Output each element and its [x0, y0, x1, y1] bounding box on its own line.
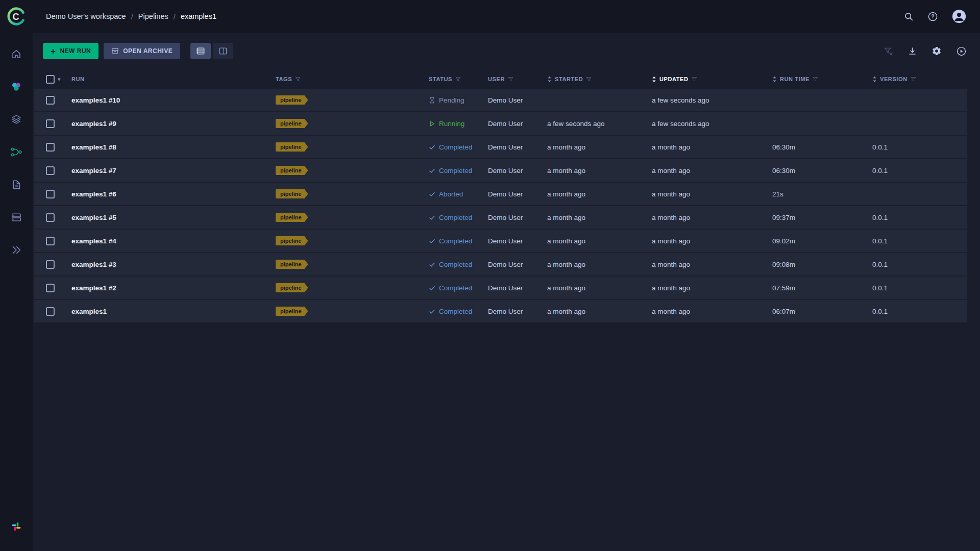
run-name[interactable]: examples1 #10: [71, 96, 120, 104]
tag-pipeline[interactable]: pipeline: [276, 283, 308, 292]
status-label: Running: [439, 120, 464, 128]
table-row[interactable]: examples1 #8pipelineCompletedDemo Usera …: [34, 136, 967, 159]
run-name[interactable]: examples1: [71, 308, 107, 315]
sort-icon[interactable]: [872, 76, 877, 83]
sidebar-item-pipelines[interactable]: [0, 136, 33, 168]
run-name[interactable]: examples1 #5: [71, 214, 116, 221]
table-view-toggle[interactable]: [190, 43, 211, 59]
new-run-button[interactable]: + NEW RUN: [43, 43, 99, 59]
tag-pipeline[interactable]: pipeline: [276, 260, 308, 269]
runtime-cell: 06:30m: [772, 167, 872, 174]
filter-funnel-icon[interactable]: [295, 77, 301, 82]
row-checkbox[interactable]: [46, 143, 55, 152]
table-row[interactable]: examples1 #3pipelineCompletedDemo Usera …: [34, 253, 967, 277]
sidebar-item-projects[interactable]: [0, 70, 33, 103]
row-checkbox[interactable]: [46, 166, 55, 175]
run-name[interactable]: examples1 #3: [71, 261, 116, 268]
updated-cell: a few seconds ago: [652, 120, 772, 128]
sidebar-item-applications[interactable]: [0, 234, 33, 266]
search-icon[interactable]: [903, 11, 914, 22]
sort-icon[interactable]: [652, 76, 656, 83]
filter-funnel-icon[interactable]: [911, 77, 916, 82]
run-name[interactable]: examples1 #2: [71, 284, 116, 292]
breadcrumb-item[interactable]: examples1: [181, 12, 216, 20]
run-name[interactable]: examples1 #6: [71, 190, 116, 198]
breadcrumb-item[interactable]: Pipelines: [138, 12, 168, 20]
clearml-logo[interactable]: C: [0, 0, 33, 33]
split-view-toggle[interactable]: [213, 43, 233, 59]
column-header-updated[interactable]: UPDATED: [652, 76, 772, 83]
row-checkbox[interactable]: [46, 190, 55, 198]
tag-pipeline[interactable]: pipeline: [276, 213, 308, 222]
tag-pipeline[interactable]: pipeline: [276, 236, 308, 245]
table-row[interactable]: examples1 #7pipelineCompletedDemo Usera …: [34, 159, 967, 183]
table-row[interactable]: examples1 #9pipelineRunningDemo Usera fe…: [34, 112, 967, 136]
sidebar-bottom: [0, 510, 33, 551]
help-icon[interactable]: ?: [927, 11, 938, 22]
download-icon[interactable]: [908, 46, 917, 56]
run-preview-icon[interactable]: [956, 46, 967, 57]
sort-icon[interactable]: [547, 76, 552, 83]
row-checkbox[interactable]: [46, 96, 55, 105]
tag-pipeline[interactable]: pipeline: [276, 119, 308, 128]
column-header-user[interactable]: USER: [488, 76, 547, 82]
avatar[interactable]: [951, 9, 967, 24]
column-header-version[interactable]: VERSION: [872, 76, 949, 83]
updated-cell-text: a month ago: [652, 167, 690, 174]
plus-icon: +: [51, 47, 56, 56]
table-row[interactable]: examples1 #2pipelineCompletedDemo Usera …: [34, 277, 967, 300]
clear-filters-icon[interactable]: [884, 46, 893, 56]
column-header-status[interactable]: STATUS: [429, 76, 488, 82]
row-checkbox[interactable]: [46, 284, 55, 292]
user-cell-text: Demo User: [488, 214, 523, 221]
tag-pipeline[interactable]: pipeline: [276, 95, 308, 105]
run-name[interactable]: examples1 #4: [71, 237, 116, 245]
row-checkbox[interactable]: [46, 237, 55, 245]
select-all-checkbox[interactable]: [46, 75, 55, 84]
sidebar-item-reports[interactable]: [0, 168, 33, 201]
sidebar-item-workers-queues[interactable]: [0, 201, 33, 234]
started-cell: a month ago: [547, 214, 652, 221]
breadcrumb-item[interactable]: Demo User's workspace: [46, 12, 126, 20]
run-name[interactable]: examples1 #8: [71, 143, 116, 151]
run-name[interactable]: examples1 #9: [71, 120, 116, 128]
started-cell-text: a month ago: [547, 261, 585, 268]
updated-cell: a month ago: [652, 143, 772, 151]
status-label: Completed: [439, 308, 472, 315]
datasets-icon: [11, 114, 22, 125]
started-cell: a month ago: [547, 237, 652, 245]
sidebar-item-home[interactable]: [0, 38, 33, 70]
open-archive-button[interactable]: OPEN ARCHIVE: [104, 43, 180, 59]
sidebar-item-slack[interactable]: [0, 510, 33, 543]
row-select-cell: [34, 237, 71, 245]
table-row[interactable]: examples1pipelineCompletedDemo Usera mon…: [34, 300, 967, 323]
row-checkbox[interactable]: [46, 307, 55, 316]
column-header-tags[interactable]: TAGS: [276, 76, 429, 82]
sidebar-item-datasets[interactable]: [0, 103, 33, 136]
filter-funnel-icon[interactable]: [586, 77, 592, 82]
table-row[interactable]: examples1 #6pipelineAbortedDemo Usera mo…: [34, 183, 967, 206]
filter-funnel-icon[interactable]: [813, 77, 818, 82]
user-cell-text: Demo User: [488, 167, 523, 174]
tag-pipeline[interactable]: pipeline: [276, 166, 308, 175]
filter-funnel-icon[interactable]: [508, 77, 513, 82]
tag-pipeline[interactable]: pipeline: [276, 142, 308, 152]
filter-funnel-icon[interactable]: [692, 77, 697, 82]
tag-pipeline[interactable]: pipeline: [276, 189, 308, 198]
tag-pipeline[interactable]: pipeline: [276, 307, 308, 316]
column-header-run_time[interactable]: RUN TIME: [772, 76, 872, 83]
settings-gear-icon[interactable]: [932, 46, 942, 56]
table-row[interactable]: examples1 #4pipelineCompletedDemo Usera …: [34, 230, 967, 253]
row-checkbox[interactable]: [46, 213, 55, 222]
row-checkbox[interactable]: [46, 260, 55, 269]
column-header-started[interactable]: STARTED: [547, 76, 652, 83]
table-row[interactable]: examples1 #10pipelinePendingDemo Usera f…: [34, 89, 967, 112]
row-checkbox[interactable]: [46, 119, 55, 128]
table-row[interactable]: examples1 #5pipelineCompletedDemo Usera …: [34, 206, 967, 230]
column-header-run[interactable]: RUN: [71, 76, 276, 82]
run-name[interactable]: examples1 #7: [71, 167, 116, 174]
filter-funnel-icon[interactable]: [455, 77, 461, 82]
started-cell-text: a month ago: [547, 143, 585, 151]
selection-menu-caret-icon[interactable]: ▾: [58, 76, 61, 83]
sort-icon[interactable]: [772, 76, 777, 83]
